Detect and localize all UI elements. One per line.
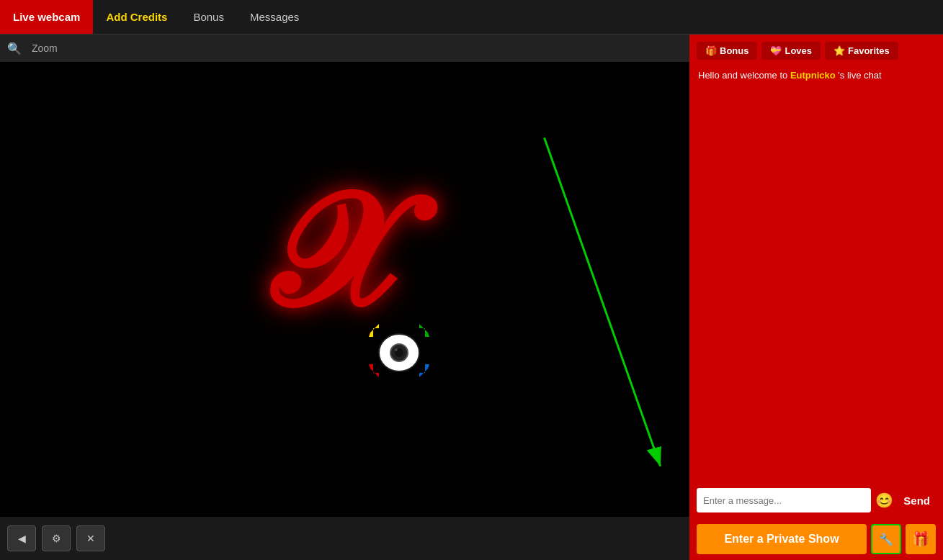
nav-messages[interactable]: Messages: [237, 0, 312, 34]
tab-favorites[interactable]: ⭐ Favorites: [825, 42, 898, 60]
private-show-button[interactable]: Enter a Private Show: [697, 524, 867, 554]
chat-messages: [689, 86, 943, 482]
main-area: 🔍 Zoom 𝒳: [0, 35, 943, 560]
svg-marker-0: [369, 324, 379, 337]
bonus-icon: 🎁: [705, 45, 717, 56]
prev-button[interactable]: ◀: [7, 525, 36, 551]
chat-welcome: Hello and welcome to Eutpnicko 's live c…: [689, 64, 943, 86]
tab-loves[interactable]: 💝 Loves: [761, 42, 821, 60]
tab-bonus[interactable]: 🎁 Bonus: [697, 42, 757, 60]
gift-button[interactable]: 🎁: [906, 524, 936, 554]
gift-icon: 🎁: [912, 530, 930, 548]
svg-marker-2: [369, 364, 379, 377]
svg-marker-3: [419, 364, 429, 377]
search-icon[interactable]: 🔍: [7, 42, 22, 55]
cam-icon-wrap: [359, 318, 439, 383]
zoom-label[interactable]: Zoom: [32, 42, 58, 54]
send-button[interactable]: Send: [898, 492, 936, 510]
svg-point-7: [395, 348, 398, 351]
svg-marker-1: [419, 324, 429, 337]
camera-arrows-icon: [363, 318, 435, 383]
webcam-logo: 𝒳: [244, 189, 446, 390]
emoji-button[interactable]: 😊: [875, 492, 893, 509]
top-nav: Live webcam Add Credits Bonus Messages: [0, 0, 943, 35]
x-letter: 𝒳: [259, 174, 395, 333]
wrench-settings-icon: 🔧: [879, 533, 893, 546]
video-area: 🔍 Zoom 𝒳: [0, 35, 689, 560]
close-button[interactable]: ✕: [76, 525, 105, 551]
settings-button[interactable]: ⚙: [42, 525, 71, 551]
nav-live-webcam[interactable]: Live webcam: [0, 0, 93, 34]
sidebar-tabs: 🎁 Bonus 💝 Loves ⭐ Favorites: [689, 35, 943, 64]
private-show-bar: Enter a Private Show 🔧 🎁: [689, 518, 943, 560]
sidebar: 🎁 Bonus 💝 Loves ⭐ Favorites Hello and we…: [689, 35, 943, 560]
video-bottom-controls: ◀ ⚙ ✕: [0, 517, 689, 560]
video-canvas: 𝒳: [0, 62, 689, 517]
loves-icon: 💝: [770, 45, 782, 56]
nav-bonus[interactable]: Bonus: [180, 0, 237, 34]
favorites-icon: ⭐: [833, 45, 845, 56]
private-settings-button[interactable]: 🔧: [871, 524, 901, 554]
chat-input-area: 😊 Send: [689, 482, 943, 518]
message-input[interactable]: [697, 488, 871, 512]
video-toolbar: 🔍 Zoom: [0, 35, 689, 62]
nav-add-credits[interactable]: Add Credits: [93, 0, 180, 34]
svg-line-9: [545, 137, 661, 466]
username-link[interactable]: Eutpnicko: [790, 70, 836, 81]
